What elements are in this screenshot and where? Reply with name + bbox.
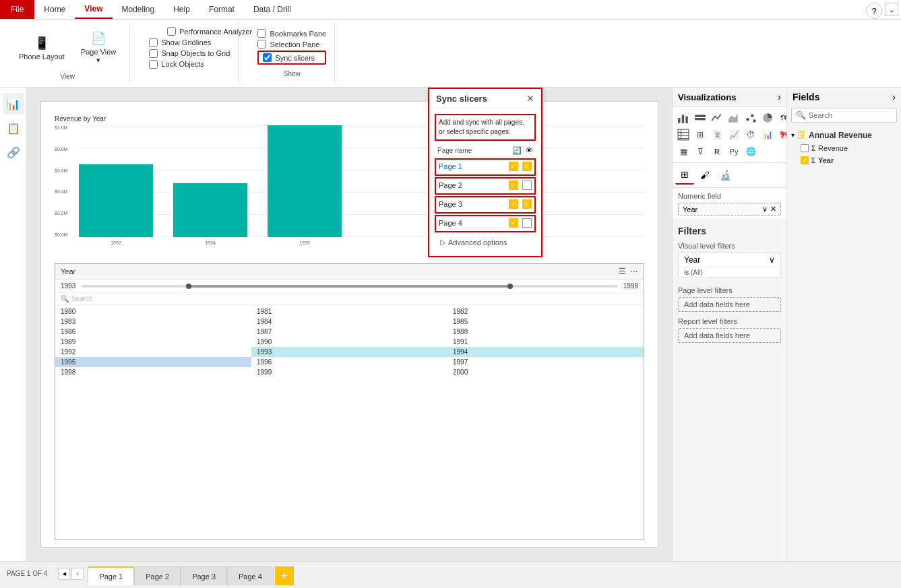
- page-prev-button[interactable]: ‹: [71, 568, 84, 580]
- slicer-item-1986[interactable]: 1986: [55, 327, 251, 337]
- slicer-item-1998[interactable]: 1998: [55, 367, 251, 377]
- help-button[interactable]: ?: [866, 3, 882, 19]
- page-tab-4[interactable]: Page 4: [227, 566, 274, 585]
- revenue-checkbox[interactable]: [801, 144, 809, 152]
- viz-ribbon[interactable]: 🎀: [776, 127, 786, 143]
- slicer-item-1987[interactable]: 1987: [251, 327, 447, 337]
- sync-page2-name[interactable]: Page 2: [439, 181, 509, 189]
- sync-page3-name[interactable]: Page 3: [439, 200, 509, 208]
- slicer-item-1994[interactable]: 1994: [447, 347, 644, 357]
- slicer-item-1981[interactable]: 1981: [251, 306, 447, 317]
- fields-item-year[interactable]: ✓ Σ Year: [788, 154, 900, 166]
- sync-page1-name[interactable]: Page 1: [439, 162, 509, 170]
- sync-page4-sync-check[interactable]: ✓: [509, 218, 518, 228]
- slicer-item-1989[interactable]: 1989: [55, 337, 251, 347]
- viz-treemap[interactable]: ▦: [675, 143, 691, 160]
- tab-help[interactable]: Help: [164, 0, 199, 19]
- slicer-filter-icon[interactable]: ☰: [619, 267, 626, 276]
- performance-analyzer-input[interactable]: [167, 27, 176, 36]
- page-tab-3[interactable]: Page 3: [181, 566, 227, 585]
- page-first-button[interactable]: ◄: [58, 568, 70, 580]
- selection-pane-checkbox[interactable]: Selection Pane: [257, 40, 326, 48]
- slicer-item-1985[interactable]: 1985: [447, 317, 644, 327]
- viz-r[interactable]: R: [709, 143, 725, 160]
- sync-panel-close-button[interactable]: ✕: [526, 93, 534, 104]
- show-gridlines-input[interactable]: [149, 38, 158, 47]
- page-tab-2[interactable]: Page 2: [134, 566, 181, 585]
- viz-col-chart[interactable]: [692, 110, 708, 126]
- slicer-item-1980[interactable]: 1980: [55, 306, 251, 317]
- lock-objects-input[interactable]: [149, 60, 158, 69]
- slicer-item-1999[interactable]: 1999: [251, 367, 447, 377]
- page-tab-1[interactable]: Page 1: [88, 566, 134, 585]
- tab-modeling[interactable]: Modeling: [113, 0, 164, 19]
- viz-bar-chart[interactable]: [675, 110, 691, 126]
- viz-line-chart[interactable]: [709, 110, 725, 126]
- fields-table-annual-revenue[interactable]: ▾ 🗄 Annual Revenue: [788, 128, 900, 142]
- range-handle-left[interactable]: [186, 284, 191, 289]
- performance-analyzer-checkbox[interactable]: Performance Analyzer: [167, 27, 252, 36]
- bookmarks-pane-input[interactable]: [257, 29, 266, 38]
- sync-page4-name[interactable]: Page 4: [439, 219, 509, 227]
- selection-pane-input[interactable]: [257, 40, 266, 48]
- slicer-item-1996[interactable]: 1996: [251, 357, 447, 367]
- viz-tab-analytics[interactable]: 🔬: [716, 166, 735, 185]
- add-page-button[interactable]: +: [275, 566, 294, 585]
- viz-gauge[interactable]: ⏱: [743, 127, 759, 143]
- year-filter-dropdown[interactable]: Year ∨: [679, 253, 780, 267]
- viz-funnel[interactable]: ⊽: [692, 143, 708, 160]
- sync-page3-sync-check[interactable]: ✓: [509, 199, 518, 209]
- sidebar-icon-model[interactable]: 🔗: [3, 141, 24, 163]
- slicer-item-1992[interactable]: 1992: [55, 347, 251, 357]
- tab-format[interactable]: Format: [199, 0, 244, 19]
- slicer-item-1991[interactable]: 1991: [447, 337, 644, 347]
- slicer-item-1983[interactable]: 1983: [55, 317, 251, 327]
- sync-page4-vis-check[interactable]: [522, 218, 532, 228]
- viz-kpi[interactable]: 📈: [726, 127, 742, 143]
- viz-scatter[interactable]: [743, 110, 759, 126]
- sync-page1-vis-check[interactable]: ✓: [522, 162, 532, 171]
- fields-item-revenue[interactable]: Σ Revenue: [788, 142, 900, 154]
- sync-slicers-input[interactable]: [263, 53, 272, 62]
- sync-page1-sync-check[interactable]: ✓: [509, 162, 518, 171]
- show-gridlines-checkbox[interactable]: Show Gridlines: [149, 38, 230, 47]
- slicer-more-icon[interactable]: ⋯: [630, 267, 638, 276]
- range-handle-right[interactable]: [507, 284, 513, 289]
- fields-expand-icon[interactable]: ›: [892, 92, 896, 102]
- viz-matrix[interactable]: ⊞: [692, 127, 708, 143]
- minimize-button[interactable]: ⌄: [885, 3, 898, 16]
- viz-tab-format[interactable]: 🖌: [695, 166, 714, 185]
- slicer-item-1990[interactable]: 1990: [251, 337, 447, 347]
- viz-map[interactable]: 🗺: [776, 110, 786, 126]
- sync-page2-vis-check[interactable]: [522, 181, 532, 190]
- viz-globe[interactable]: 🌐: [743, 143, 759, 160]
- snap-objects-checkbox[interactable]: Snap Objects to Grid: [149, 49, 230, 58]
- viz-area-chart[interactable]: [726, 110, 742, 126]
- slicer-item-2000[interactable]: 2000: [447, 367, 644, 377]
- tab-data-drill[interactable]: Data / Drill: [244, 0, 301, 19]
- year-checkbox[interactable]: ✓: [801, 156, 809, 164]
- slicer-item-1997[interactable]: 1997: [447, 357, 644, 367]
- tab-view[interactable]: View: [75, 0, 112, 19]
- sync-page3-vis-check[interactable]: ✓: [522, 199, 532, 209]
- slicer-item-1993[interactable]: 1993: [251, 347, 447, 357]
- tab-home[interactable]: Home: [34, 0, 75, 19]
- viz-card[interactable]: 🃏: [709, 127, 725, 143]
- lock-objects-checkbox[interactable]: Lock Objects: [149, 60, 230, 69]
- slicer-item-1982[interactable]: 1982: [447, 306, 644, 317]
- advanced-options-button[interactable]: ▷ Advanced options: [435, 234, 536, 251]
- bookmarks-pane-checkbox[interactable]: Bookmarks Pane: [257, 29, 326, 38]
- viz-python[interactable]: Py: [726, 143, 742, 160]
- sidebar-icon-data[interactable]: 📋: [3, 117, 24, 139]
- sidebar-icon-report[interactable]: 📊: [3, 93, 24, 115]
- slicer-item-1984[interactable]: 1984: [251, 317, 447, 327]
- numeric-remove-icon[interactable]: ✕: [770, 205, 776, 214]
- slicer-item-1988[interactable]: 1988: [447, 327, 644, 337]
- phone-layout-button[interactable]: 📱 Phone Layout: [13, 31, 70, 63]
- snap-objects-input[interactable]: [149, 49, 158, 58]
- viz-expand-icon[interactable]: ›: [778, 92, 781, 102]
- fields-search-input[interactable]: [809, 111, 892, 119]
- sync-slicers-checkbox[interactable]: Sync slicers: [263, 53, 315, 62]
- viz-pie[interactable]: [759, 110, 776, 126]
- slicer-item-1995[interactable]: 1995: [55, 357, 251, 367]
